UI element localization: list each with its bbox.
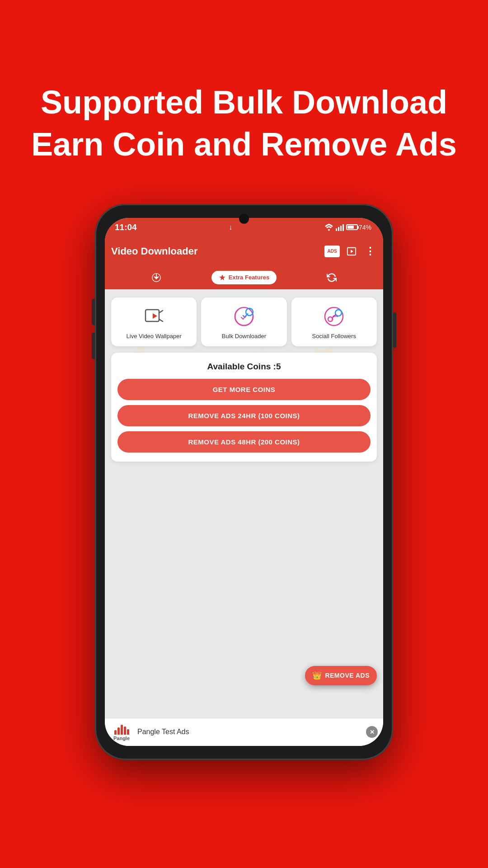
headline: Supported Bulk Download Earn Coin and Re… bbox=[4, 84, 484, 163]
svg-marker-2 bbox=[351, 250, 353, 253]
ad-close-button[interactable]: ✕ bbox=[366, 726, 378, 738]
pangle-bars-icon bbox=[114, 723, 129, 735]
svg-point-0 bbox=[328, 229, 330, 231]
pangle-logo: Pangle bbox=[110, 723, 133, 741]
social-followers-label: Sociall Followers bbox=[312, 333, 357, 340]
live-video-label: Live Video Wallpaper bbox=[127, 333, 182, 340]
crown-icon: 👑 bbox=[312, 671, 322, 680]
ads-icon-button[interactable]: ADS bbox=[324, 245, 340, 257]
notification-icon: ↓ bbox=[229, 223, 232, 231]
wifi-icon bbox=[324, 224, 333, 231]
camera-notch bbox=[239, 214, 249, 224]
status-right-icons: 74% bbox=[324, 224, 371, 231]
app-bar: Video Downloader ADS ⋮ bbox=[105, 237, 383, 266]
tab-refresh[interactable] bbox=[320, 270, 343, 285]
tab-download[interactable] bbox=[145, 270, 168, 285]
feature-cards-row: Live Video Wallpaper bbox=[111, 297, 377, 347]
headline-line2: Earn Coin and Remove Ads bbox=[31, 126, 457, 163]
close-icon: ✕ bbox=[370, 729, 375, 735]
coins-title: Available Coins :5 bbox=[117, 362, 371, 372]
social-followers-icon bbox=[322, 305, 346, 328]
more-menu-button[interactable]: ⋮ bbox=[363, 243, 377, 259]
coins-section: Available Coins :5 GET MORE COINS REMOVE… bbox=[111, 353, 377, 462]
feature-card-live-video[interactable]: Live Video Wallpaper bbox=[111, 297, 197, 347]
play-icon-button[interactable] bbox=[343, 243, 360, 259]
ad-bar: Pangle Pangle Test Ads ✕ bbox=[105, 718, 383, 746]
svg-marker-3 bbox=[219, 274, 225, 280]
headline-line1: Supported Bulk Download bbox=[31, 84, 457, 121]
ad-text: Pangle Test Ads bbox=[137, 728, 361, 736]
content-inner: Live Video Wallpaper bbox=[105, 289, 383, 470]
tab-extra-features[interactable]: Extra Features bbox=[211, 271, 277, 284]
svg-rect-12 bbox=[145, 310, 159, 321]
bulk-downloader-icon bbox=[232, 305, 256, 328]
bulk-downloader-label: Bulk Downloader bbox=[222, 333, 266, 340]
pangle-label: Pangle bbox=[113, 736, 130, 741]
live-video-icon bbox=[142, 305, 166, 328]
volume-up-button bbox=[92, 299, 95, 325]
phone-mockup: 11:04 ↓ bbox=[95, 204, 393, 760]
ads-label: ADS bbox=[327, 249, 337, 254]
volume-down-button bbox=[92, 333, 95, 359]
svg-marker-13 bbox=[153, 313, 157, 319]
phone-shell: 11:04 ↓ bbox=[95, 204, 393, 760]
remove-ads-48hr-button[interactable]: REMOVE ADS 48HR (200 COINS) bbox=[117, 431, 371, 453]
remove-ads-fab[interactable]: 👑 REMOVE ADS bbox=[305, 666, 377, 685]
svg-point-20 bbox=[335, 310, 342, 316]
app-title: Video Downloader bbox=[111, 245, 321, 257]
phone-screen: 11:04 ↓ bbox=[105, 218, 383, 746]
status-time: 11:04 bbox=[115, 222, 137, 232]
tab-navigation: Extra Features bbox=[105, 266, 383, 289]
battery-percentage: 74% bbox=[359, 224, 371, 231]
get-more-coins-button[interactable]: GET MORE COINS bbox=[117, 379, 371, 400]
status-notification: ↓ bbox=[229, 223, 232, 231]
remove-ads-24hr-button[interactable]: REMOVE ADS 24HR (100 COINS) bbox=[117, 405, 371, 426]
tab-extra-label: Extra Features bbox=[229, 274, 269, 281]
power-button bbox=[393, 312, 396, 348]
remove-ads-fab-label: REMOVE ADS bbox=[325, 672, 370, 679]
main-content: 🌙 🍃 🍃 🌙 🍃 🍃 🌙 🍃 bbox=[105, 289, 383, 718]
battery-icon: 74% bbox=[346, 224, 371, 231]
signal-icon bbox=[336, 224, 344, 231]
feature-card-social-followers[interactable]: Sociall Followers bbox=[291, 297, 377, 347]
feature-card-bulk-downloader[interactable]: Bulk Downloader bbox=[201, 297, 286, 347]
